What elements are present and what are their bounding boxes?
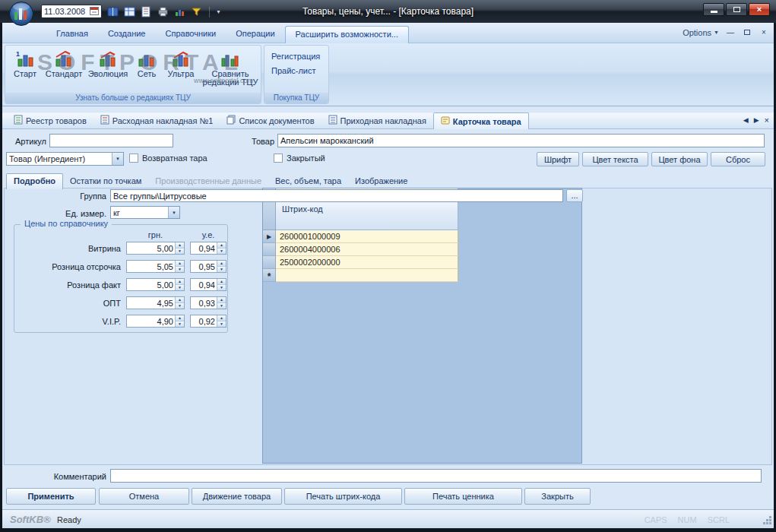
- tab-podrobno[interactable]: Подробно: [6, 173, 63, 189]
- date-value: 11.03.2008: [44, 7, 87, 16]
- price-opt-uah-stepper[interactable]: 4,95 ▲▼: [126, 296, 185, 309]
- price-roznica-otsrochka-uah-stepper[interactable]: 5,05 ▲▼: [126, 260, 185, 273]
- doc-tab-reestr-tovarov[interactable]: Реестр товаров: [7, 112, 93, 128]
- price-roznica-fakt-uah-stepper[interactable]: 5,00 ▲▼: [126, 278, 185, 291]
- apply-button[interactable]: Применить: [6, 488, 96, 505]
- compare-editions-button[interactable]: Сравнить редакции ТЦУ: [200, 48, 261, 93]
- reset-button[interactable]: Сброс: [711, 152, 765, 166]
- ribbon-tab-operacii[interactable]: Операции: [226, 26, 284, 43]
- price-vip-uah-stepper[interactable]: 4,90 ▲▼: [126, 315, 185, 328]
- child-close-button[interactable]: ×: [759, 27, 769, 37]
- minimize-button[interactable]: [703, 3, 724, 16]
- ribbon-tab-rasshirit[interactable]: Расширить возможности...: [285, 26, 409, 43]
- spin-down-icon[interactable]: ▼: [217, 267, 226, 272]
- table-icon[interactable]: [123, 5, 136, 18]
- articul-input[interactable]: [49, 134, 173, 147]
- tab-ves-obem-tara[interactable]: Вес, объем, тара: [268, 174, 348, 188]
- report-icon[interactable]: [140, 5, 153, 18]
- edition-start-button[interactable]: 1 Старт: [8, 48, 42, 93]
- maximize-button[interactable]: [726, 3, 747, 16]
- options-menu[interactable]: Options ▼: [683, 28, 719, 37]
- close-card-button[interactable]: Закрыть: [524, 488, 591, 505]
- spin-down-icon[interactable]: ▼: [176, 249, 184, 254]
- spin-up-icon[interactable]: ▲: [217, 261, 226, 267]
- doc-tab-kartochka-tovara[interactable]: Карточка товара: [433, 112, 529, 129]
- spin-down-icon[interactable]: ▼: [176, 285, 184, 290]
- product-name-input[interactable]: [277, 134, 765, 147]
- spin-down-icon[interactable]: ▼: [217, 321, 226, 327]
- spin-down-icon[interactable]: ▼: [217, 249, 226, 254]
- calendar-icon[interactable]: [90, 6, 99, 17]
- doc-tab-prihodnaya-nakladnaya[interactable]: Приходная накладная: [321, 112, 433, 128]
- print-barcode-button[interactable]: Печать штрих-кода: [284, 488, 402, 505]
- cancel-button[interactable]: Отмена: [99, 488, 189, 505]
- date-picker[interactable]: 11.03.2008: [41, 5, 102, 18]
- doc-tab-spisok-dokumentov[interactable]: Список документов: [220, 112, 321, 128]
- edition-ultra-button[interactable]: Ультра: [163, 48, 198, 93]
- spin-down-icon[interactable]: ▼: [176, 267, 184, 272]
- spin-up-icon[interactable]: ▲: [176, 279, 184, 285]
- closed-checkbox[interactable]: Закрытый: [274, 154, 325, 163]
- price-roznica-fakt-usd-stepper[interactable]: 0,94 ▲▼: [190, 278, 226, 291]
- unit-select[interactable]: кг ▼: [110, 206, 180, 219]
- spin-down-icon[interactable]: ▼: [217, 303, 226, 309]
- edition-evolucia-button[interactable]: Эволюция: [86, 48, 130, 93]
- tab-ostatki-po-tochkam[interactable]: Остатки по точкам: [63, 174, 148, 188]
- comment-input[interactable]: [110, 469, 762, 483]
- spin-up-icon[interactable]: ▲: [176, 315, 184, 321]
- group-input[interactable]: [110, 189, 563, 202]
- price-opt-usd-stepper[interactable]: 0,93 ▲▼: [190, 296, 226, 309]
- resize-grip[interactable]: [762, 515, 772, 527]
- ribbon-tab-glavnaya[interactable]: Главная: [46, 26, 98, 43]
- product-type-select[interactable]: Товар (Ингредиент) ▼: [6, 152, 124, 166]
- text-color-button[interactable]: Цвет текста: [582, 152, 648, 166]
- price-vitrina-usd-stepper[interactable]: 0,94 ▲▼: [190, 242, 226, 255]
- barcode-cell[interactable]: 2600004000006: [276, 243, 458, 256]
- spin-up-icon[interactable]: ▲: [176, 242, 184, 249]
- document-nav: ◀ ▶ ×: [743, 116, 769, 124]
- price-vip-usd-stepper[interactable]: 0,92 ▲▼: [190, 315, 226, 328]
- barcode-cell[interactable]: 2500002000000: [276, 256, 458, 269]
- spin-up-icon[interactable]: ▲: [217, 279, 226, 285]
- qat-overflow-button[interactable]: ▼: [216, 9, 221, 14]
- group-browse-button[interactable]: ...: [566, 189, 583, 202]
- spin-up-icon[interactable]: ▲: [176, 297, 184, 303]
- title-bar: 11.03.2008 ▼: [0, 0, 776, 23]
- ribbon-tab-sozdanie[interactable]: Создание: [98, 26, 156, 43]
- chart-icon[interactable]: [173, 5, 186, 18]
- print-pricetag-button[interactable]: Печать ценника: [404, 488, 522, 505]
- close-document-button[interactable]: ×: [765, 116, 769, 124]
- tab-izobrazhenie[interactable]: Изображение: [348, 174, 414, 188]
- returnable-checkbox[interactable]: Возвратная тара: [129, 154, 207, 163]
- font-button[interactable]: Шрифт: [537, 152, 579, 166]
- child-minimize-button[interactable]: —: [725, 27, 736, 37]
- pricelist-link[interactable]: Прайс-лист: [271, 66, 316, 75]
- barcode-new-row-cell[interactable]: [276, 269, 458, 282]
- price-roznica-otsrochka-usd-stepper[interactable]: 0,95 ▲▼: [190, 260, 226, 273]
- ribbon-tab-spravochniki[interactable]: Справочники: [156, 26, 226, 43]
- goods-movement-button[interactable]: Движение товара: [192, 488, 282, 505]
- price-vitrina-uah-stepper[interactable]: 5,00 ▲▼: [126, 242, 185, 255]
- bg-color-button[interactable]: Цвет фона: [651, 152, 708, 166]
- edition-set-button[interactable]: Сеть: [131, 48, 162, 93]
- spin-down-icon[interactable]: ▼: [176, 321, 184, 327]
- barcode-cell[interactable]: 2600001000009: [276, 230, 458, 243]
- edition-standart-button[interactable]: Стандарт: [43, 48, 84, 93]
- spin-down-icon[interactable]: ▼: [217, 285, 226, 290]
- next-document-button[interactable]: ▶: [754, 116, 759, 124]
- spin-down-icon[interactable]: ▼: [176, 303, 184, 309]
- prev-document-button[interactable]: ◀: [743, 116, 749, 124]
- doc-icon: [226, 115, 236, 126]
- close-button[interactable]: ×: [749, 3, 770, 16]
- spin-up-icon[interactable]: ▲: [217, 297, 226, 303]
- spin-up-icon[interactable]: ▲: [176, 261, 184, 267]
- child-restore-button[interactable]: [742, 27, 752, 37]
- registration-link[interactable]: Регистрация: [271, 52, 320, 61]
- printer-icon[interactable]: [157, 5, 169, 18]
- journal-icon[interactable]: [106, 5, 119, 18]
- app-logo-icon[interactable]: [8, 1, 35, 27]
- doc-tab-rashodnaya-nakladnaya[interactable]: Расходная накладная №1: [93, 112, 220, 128]
- spin-up-icon[interactable]: ▲: [217, 242, 226, 249]
- filter-icon[interactable]: [190, 5, 203, 18]
- spin-up-icon[interactable]: ▲: [217, 315, 226, 321]
